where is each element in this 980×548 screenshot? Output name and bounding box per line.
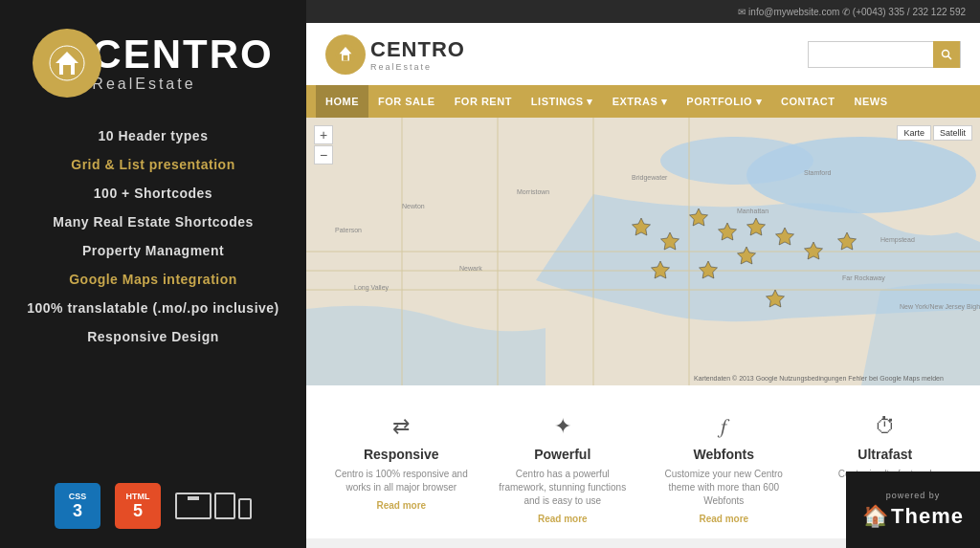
right-panel: ✉ info@mywebsite.com ✆ (+0043) 335 / 232… (306, 0, 980, 548)
brand-subtitle: RealEstate (92, 77, 273, 92)
html5-badge: HTML 5 (115, 483, 161, 529)
theme-logo: 🏠 Theme (862, 504, 964, 529)
nav-item-contact[interactable]: CONTACT (771, 85, 844, 118)
feature-item: 100 + Shortcodes (0, 179, 306, 208)
feature-item: 10 Header types (0, 121, 306, 150)
svg-text:Hempstead: Hempstead (880, 236, 915, 244)
svg-text:Paterson: Paterson (335, 227, 362, 233)
nav-bar: HOMEFOR SALEFOR RENTLISTINGS ▾EXTRAS ▾PO… (306, 85, 980, 118)
nav-item-listings[interactable]: LISTINGS ▾ (522, 85, 603, 118)
feature-item: Many Real Estate Shortcodes (0, 208, 306, 236)
site-brand-name: CENTRO (370, 37, 465, 62)
feature-card: ✦ Powerful Centro has a powerful framewo… (487, 409, 639, 524)
site-logo-circle (325, 34, 366, 75)
powered-panel: powered by 🏠 Theme (846, 471, 980, 548)
map-zoom-out-button[interactable]: − (314, 145, 333, 164)
feature-item: Google Maps integration (0, 265, 306, 294)
contact-info: ✉ info@mywebsite.com ✆ (+0043) 335 / 232… (738, 7, 966, 17)
card-desc: Centro has a powerful framework, stunnin… (492, 468, 635, 508)
card-desc: Centro is 100% responsive and works in a… (330, 468, 473, 494)
svg-text:Bridgewater: Bridgewater (632, 174, 668, 182)
card-read-more[interactable]: Read more (653, 514, 795, 524)
svg-text:Far Rockaway: Far Rockaway (842, 274, 885, 282)
tech-badges: CSS 3 HTML 5 (55, 483, 252, 529)
site-logo-text: CENTRO RealEstate (370, 37, 465, 72)
svg-text:Kartendaten © 2013 Google  Nut: Kartendaten © 2013 Google Nutzungsbeding… (694, 375, 944, 383)
site-brand-subtitle: RealEstate (370, 62, 465, 72)
card-title: Powerful (492, 447, 635, 462)
svg-line-7 (948, 55, 952, 59)
search-bar[interactable] (808, 41, 961, 68)
feature-card: ⇄ Responsive Centro is 100% responsive a… (325, 409, 478, 524)
monitor-icon (175, 493, 212, 519)
svg-text:Long Valley: Long Valley (354, 284, 390, 292)
nav-item-forsale[interactable]: FOR SALE (368, 85, 445, 118)
nav-item-home[interactable]: HOME (316, 85, 368, 118)
device-icon (175, 493, 252, 519)
powered-label: powered by (886, 491, 941, 500)
card-title: Webfonts (653, 447, 795, 462)
svg-text:Newark: Newark (459, 265, 482, 272)
svg-text:New York/New Jersey Bight: New York/New Jersey Bight (900, 303, 980, 311)
map-container: Paterson Newton Morristown Bridgewater S… (306, 118, 980, 385)
map-controls[interactable]: + − (314, 125, 333, 165)
svg-text:Newton: Newton (402, 203, 425, 209)
feature-item: 100% translatable (.mo/.po inclusive) (0, 294, 306, 322)
nav-item-portfolio[interactable]: PORTFOLIO ▾ (677, 85, 771, 118)
nav-item-forrent[interactable]: FOR RENT (445, 85, 522, 118)
nav-item-news[interactable]: NEWS (845, 85, 898, 118)
map-type-buttons[interactable]: KarteSatellit (897, 125, 972, 141)
logo-area: CENTRO RealEstate (33, 29, 273, 98)
svg-rect-2 (63, 65, 71, 75)
left-panel: CENTRO RealEstate 10 Header typesGrid & … (0, 0, 306, 548)
card-desc: Customize your new Centro theme with mor… (653, 468, 795, 508)
card-read-more[interactable]: Read more (492, 514, 635, 524)
card-title: Responsive (330, 447, 473, 462)
feature-item: Responsive Design (0, 322, 306, 351)
map-type-button[interactable]: Satellit (933, 125, 972, 141)
logo-circle (33, 29, 101, 98)
map-zoom-in-button[interactable]: + (314, 125, 333, 144)
search-input[interactable] (809, 42, 933, 67)
feature-item: Grid & List presentation (0, 150, 306, 179)
search-button[interactable] (933, 41, 960, 68)
card-icon: ⏱ (814, 414, 957, 439)
logo-text: CENTRO RealEstate (92, 34, 273, 92)
tablet-icon (214, 493, 235, 519)
site-header: CENTRO RealEstate (306, 23, 980, 85)
nav-item-extras[interactable]: EXTRAS ▾ (603, 85, 678, 118)
phone-icon (238, 498, 252, 519)
card-read-more[interactable]: Read more (330, 500, 473, 511)
feature-item: Property Managment (0, 236, 306, 265)
svg-text:Manhattan: Manhattan (737, 208, 768, 214)
top-bar: ✉ info@mywebsite.com ✆ (+0043) 335 / 232… (306, 0, 980, 23)
svg-point-6 (943, 50, 949, 56)
svg-text:Stamford: Stamford (804, 169, 832, 176)
svg-text:Morristown: Morristown (517, 188, 549, 195)
theme-logo-icon: 🏠 (862, 504, 888, 529)
features-list: 10 Header typesGrid & List presentation1… (0, 121, 306, 351)
theme-brand: Theme (891, 504, 964, 529)
map-type-button[interactable]: Karte (897, 125, 931, 141)
svg-point-10 (660, 137, 813, 185)
card-icon: ⇄ (330, 414, 473, 439)
feature-card: 𝑓 Webfonts Customize your new Centro the… (648, 409, 800, 524)
site-logo: CENTRO RealEstate (325, 34, 465, 75)
card-icon: ✦ (492, 414, 635, 439)
card-title: Ultrafast (814, 447, 957, 462)
css3-badge: CSS 3 (55, 483, 100, 529)
card-icon: 𝑓 (653, 414, 795, 439)
brand-name: CENTRO (92, 34, 273, 75)
svg-rect-5 (344, 55, 348, 60)
